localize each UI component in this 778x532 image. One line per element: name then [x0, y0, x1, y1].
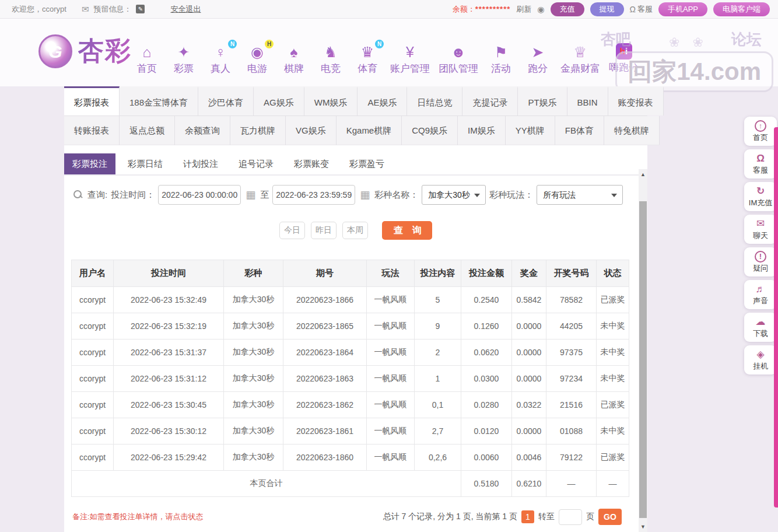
logout-link[interactable]: 安全退出	[170, 4, 201, 15]
calendar-icon[interactable]: ▦	[360, 188, 370, 201]
sidebar-item-recharge[interactable]: ↻IM充值	[744, 182, 777, 211]
sidebar-item-chat[interactable]: ✉聊天	[744, 215, 777, 244]
nav-item-person[interactable]: ♀N真人	[206, 43, 234, 75]
sidebar-item-headset[interactable]: Ω客服	[744, 149, 777, 178]
column-header: 玩法	[367, 260, 415, 287]
cell-status[interactable]: 已派奖	[597, 444, 629, 471]
column-header: 状态	[597, 260, 629, 287]
subtab-4[interactable]: 彩票账变	[286, 153, 337, 174]
pc-client-button[interactable]: 电脑客户端	[713, 2, 770, 16]
cell-status[interactable]: 已派奖	[597, 392, 629, 418]
tab-row1-7[interactable]: 充提记录	[462, 86, 518, 116]
nav-item-team[interactable]: ☻团队管理	[439, 43, 478, 75]
today-button[interactable]: 今日	[279, 222, 305, 239]
tab-row1-5[interactable]: AE娱乐	[358, 86, 407, 116]
tab-row2-10[interactable]: 特兔棋牌	[604, 116, 660, 145]
query-bar: 查询: 投注时间： ▦ 至 ▦ 彩种名称： 加拿大30秒 彩种玩法： 所有玩法	[73, 185, 647, 205]
content-scrollbar[interactable]: ▲ ▼	[639, 169, 647, 532]
eye-icon[interactable]: ◉	[537, 5, 544, 14]
tab-row2-7[interactable]: IM娱乐	[458, 116, 506, 145]
nav-item-trophy[interactable]: ♛N体育	[353, 43, 381, 75]
tab-row1-1[interactable]: 188金宝博体育	[120, 86, 198, 116]
page-number-badge[interactable]: 1	[521, 510, 534, 523]
cell-status[interactable]: 未中奖	[597, 313, 629, 340]
nav-item-gift[interactable]: ⚑活动	[487, 43, 515, 75]
calendar-icon[interactable]: ▦	[246, 188, 255, 201]
page-unit-label: 页	[586, 512, 594, 522]
nav-item-run[interactable]: ➤跑分	[524, 43, 552, 75]
recharge-button[interactable]: 充值	[551, 2, 584, 16]
go-button[interactable]: GO	[598, 509, 622, 525]
lottery-subtabs: 彩票投注彩票日结计划投注追号记录彩票账变彩票盈亏	[64, 153, 647, 176]
sidebar-item-question[interactable]: !疑问	[744, 247, 777, 276]
tab-row2-0[interactable]: 转账报表	[64, 116, 120, 145]
nav-item-throne[interactable]: ♕金鼎财富	[560, 43, 600, 75]
yesterday-button[interactable]: 昨日	[311, 222, 337, 239]
cell-status[interactable]: 未中奖	[597, 418, 629, 444]
mobile-app-button[interactable]: 手机APP	[658, 2, 707, 16]
sidebar-item-gem[interactable]: ◈挂机	[744, 345, 777, 374]
pencil-icon[interactable]: ✎	[136, 5, 145, 13]
tab-row1-10[interactable]: 账变报表	[608, 86, 664, 116]
cell-time: 2022-06-23 15:30:45	[114, 392, 224, 418]
subtab-2[interactable]: 计划投注	[175, 153, 226, 174]
tab-row2-6[interactable]: CQ9娱乐	[402, 116, 458, 145]
search-icon	[73, 190, 83, 200]
tab-row1-8[interactable]: PT娱乐	[518, 86, 567, 116]
cell-status[interactable]: 未中奖	[597, 366, 629, 392]
tab-row1-6[interactable]: 日结总览	[407, 86, 462, 116]
tab-row1-4[interactable]: WM娱乐	[304, 86, 358, 116]
withdraw-button[interactable]: 提现	[590, 2, 624, 16]
cell-user: ccorypt	[72, 287, 114, 313]
this-week-button[interactable]: 本周	[342, 222, 368, 239]
tab-row2-2[interactable]: 余额查询	[175, 116, 230, 145]
play-type-select[interactable]: 所有玩法	[537, 185, 623, 205]
tab-row1-0[interactable]: 彩票报表	[64, 86, 120, 116]
subtab-3[interactable]: 追号记录	[230, 153, 282, 174]
table-row: ccorypt2022-06-23 15:31:12加拿大30秒20220623…	[72, 366, 629, 392]
cell-time: 2022-06-23 15:30:12	[114, 418, 224, 444]
cell-amount: 0.1260	[461, 313, 512, 340]
tab-row2-8[interactable]: YY棋牌	[506, 116, 555, 145]
account-icon: ¥	[406, 43, 414, 61]
subtab-1[interactable]: 彩票日结	[120, 153, 171, 174]
tab-row1-9[interactable]: BBIN	[567, 86, 608, 116]
subtab-0[interactable]: 彩票投注	[64, 153, 115, 174]
end-time-input[interactable]	[272, 185, 355, 205]
subtab-5[interactable]: 彩票盈亏	[341, 153, 392, 174]
nav-item-cards[interactable]: ♠棋牌	[280, 43, 308, 75]
cell-content: 5	[415, 287, 461, 313]
scroll-up-icon[interactable]: ▲	[639, 172, 647, 177]
goto-page-input[interactable]	[559, 509, 582, 525]
tab-row2-5[interactable]: Kgame棋牌	[337, 116, 402, 145]
tab-row2-3[interactable]: 瓦力棋牌	[230, 116, 286, 145]
scrollbar-thumb[interactable]	[639, 201, 647, 518]
nav-item-esports[interactable]: ♞电竞	[317, 43, 345, 75]
lottery-select[interactable]: 加拿大30秒	[422, 185, 486, 205]
envelope-icon[interactable]: ✉	[82, 4, 89, 15]
start-time-input[interactable]	[158, 185, 241, 205]
table-header-row: 用户名投注时间彩种期号玩法投注内容投注金额奖金开奖号码状态	[72, 260, 629, 287]
nav-item-ticket[interactable]: ✦彩票	[170, 43, 198, 75]
logo[interactable]: G 杏彩	[38, 34, 132, 68]
sidebar-item-up-circle[interactable]: ↑首页	[744, 117, 777, 146]
tab-row1-2[interactable]: 沙巴体育	[198, 86, 254, 116]
tab-row1-3[interactable]: AG娱乐	[254, 86, 304, 116]
search-button[interactable]: 查 询	[382, 221, 432, 240]
nav-item-home[interactable]: ⌂首页	[133, 43, 161, 75]
refresh-button[interactable]: 刷新	[516, 4, 531, 15]
sidebar-item-label: IM充值	[744, 198, 777, 208]
tab-row2-9[interactable]: FB体育	[555, 116, 604, 145]
cell-status[interactable]: 未中奖	[597, 340, 629, 366]
reserved-info-label: 预留信息：	[93, 4, 131, 15]
tab-row2-4[interactable]: VG娱乐	[286, 116, 337, 145]
goto-label: 转至	[538, 512, 555, 522]
nav-item-gamepad[interactable]: ◉H电游	[243, 43, 271, 75]
nav-item-account[interactable]: ¥账户管理	[390, 43, 430, 75]
scroll-down-icon[interactable]: ▼	[639, 524, 647, 530]
service-link[interactable]: Ω 客服	[630, 4, 653, 15]
tab-row2-1[interactable]: 返点总额	[120, 116, 175, 145]
sidebar-item-mute[interactable]: ♬声音	[744, 280, 777, 309]
cell-status[interactable]: 已派奖	[597, 287, 629, 313]
sidebar-item-cloud[interactable]: ☁下载	[744, 313, 777, 342]
